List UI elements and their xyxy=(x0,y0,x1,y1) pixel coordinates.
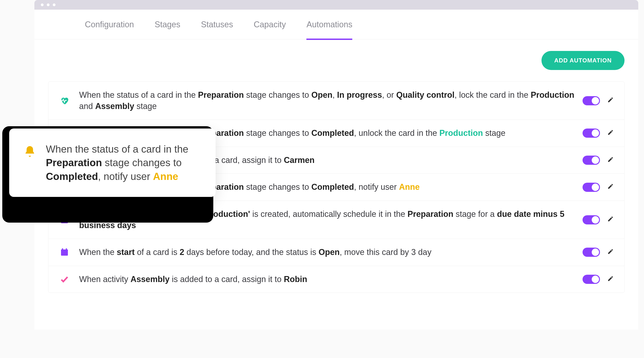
automation-preview-popup: When the status of a card in the Prepara… xyxy=(9,129,216,197)
window-titlebar xyxy=(34,0,638,10)
window-dot xyxy=(41,4,44,6)
automation-toggle[interactable] xyxy=(582,156,600,165)
edit-automation-button[interactable] xyxy=(606,182,615,192)
calendar-icon xyxy=(58,248,71,257)
window-dot xyxy=(47,4,50,6)
tab-automations[interactable]: Automations xyxy=(306,10,352,40)
automation-toggle[interactable] xyxy=(582,96,600,105)
automation-row: When the status of a card in the Prepara… xyxy=(48,82,624,120)
popup-text: When the status of a card in the Prepara… xyxy=(46,142,202,183)
tab-stages[interactable]: Stages xyxy=(154,10,180,40)
edit-automation-button[interactable] xyxy=(606,155,615,165)
window-dot xyxy=(53,4,56,6)
automation-toggle[interactable] xyxy=(582,183,600,192)
automation-toggle[interactable] xyxy=(582,248,600,257)
add-automation-button[interactable]: ADD AUTOMATION xyxy=(542,51,624,70)
edit-automation-button[interactable] xyxy=(606,247,615,257)
tab-statuses[interactable]: Statuses xyxy=(201,10,233,40)
tab-configuration[interactable]: Configuration xyxy=(85,10,134,40)
edit-automation-button[interactable] xyxy=(606,274,615,284)
bell-icon xyxy=(23,145,37,161)
automation-description: When the status of a card in the Prepara… xyxy=(79,90,574,112)
automation-toggle[interactable] xyxy=(582,275,600,284)
tab-bar: ConfigurationStagesStatusesCapacityAutom… xyxy=(34,10,638,40)
automation-row: When activity Assembly is added to a car… xyxy=(48,266,624,293)
tab-capacity[interactable]: Capacity xyxy=(254,10,286,40)
edit-automation-button[interactable] xyxy=(606,215,615,225)
automation-description: When the start of a card is 2 days befor… xyxy=(79,247,574,258)
automation-toggle[interactable] xyxy=(582,215,600,224)
automation-toggle[interactable] xyxy=(582,129,600,138)
check-icon xyxy=(58,275,71,284)
edit-automation-button[interactable] xyxy=(606,128,615,138)
automation-row: When the start of a card is 2 days befor… xyxy=(48,239,624,266)
heartbeat-icon xyxy=(58,96,71,105)
automation-description: When activity Assembly is added to a car… xyxy=(79,274,574,285)
edit-automation-button[interactable] xyxy=(606,96,615,106)
